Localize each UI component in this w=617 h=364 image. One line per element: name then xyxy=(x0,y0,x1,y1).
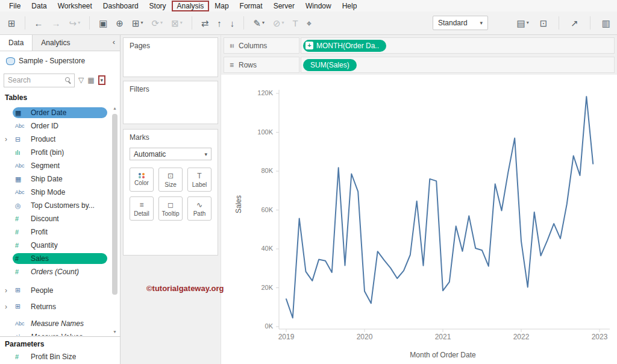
search-input[interactable] xyxy=(4,74,74,87)
field-product[interactable]: ›⊟Product xyxy=(0,133,111,146)
view-as-grid-icon[interactable]: ▦ xyxy=(87,77,94,84)
tableau-logo-icon[interactable]: ⊞ xyxy=(5,17,19,30)
scroll-thumb[interactable] xyxy=(112,114,117,295)
menu-help[interactable]: Help xyxy=(337,1,363,11)
datasource-icon xyxy=(6,57,14,65)
expand-icon[interactable]: › xyxy=(5,286,13,295)
field-body: AbcMeasure Values xyxy=(13,331,107,336)
sort-descending-icon[interactable]: ↓ xyxy=(227,17,238,30)
field-body: #Profit xyxy=(13,227,107,237)
new-data-source-icon[interactable]: ⊕ xyxy=(113,17,127,30)
chart: Sales 0K20K40K60K80K100K120K 20192020202… xyxy=(221,75,617,364)
datasource-row[interactable]: Sample - Superstore xyxy=(0,51,120,71)
menu-window[interactable]: Window xyxy=(300,1,337,11)
field-profit[interactable]: #Profit xyxy=(0,225,111,239)
menu-worksheet[interactable]: Worksheet xyxy=(52,1,98,11)
expand-date-hierarchy-icon[interactable]: + xyxy=(305,42,313,49)
rows-pill-sum-sales[interactable]: SUM(Sales) xyxy=(303,59,357,71)
columns-pill-label: MONTH(Order Da.. xyxy=(316,42,379,50)
filter-fields-icon[interactable]: ▽ xyxy=(78,77,84,84)
field-top-customers-by[interactable]: ◎Top Customers by... xyxy=(0,199,111,212)
toolbar-separator xyxy=(25,16,25,30)
menu-dashboard[interactable]: Dashboard xyxy=(98,1,144,11)
save-icon[interactable]: ▣ xyxy=(96,17,110,30)
table-group-people[interactable]: ›⊞People xyxy=(0,282,111,298)
scroll-down-icon[interactable]: ▼ xyxy=(111,330,119,334)
columns-shelf[interactable]: + MONTH(Order Da.. xyxy=(301,37,615,54)
field-measure-names[interactable]: AbcMeasure Names xyxy=(0,317,111,330)
marks-color-button[interactable]: Color xyxy=(130,168,154,192)
field-sales[interactable]: #Sales xyxy=(0,252,111,265)
sales-line-series[interactable] xyxy=(286,96,593,318)
menu-story[interactable]: Story xyxy=(144,1,172,11)
field-order-date[interactable]: ▦Order Date xyxy=(0,106,111,119)
show-me-icon[interactable]: ▥ xyxy=(599,17,613,30)
fit-dropdown[interactable]: Standard ▾ xyxy=(433,16,488,30)
rows-shelf[interactable]: SUM(Sales) xyxy=(301,57,615,73)
marks-path-button[interactable]: ∿Path xyxy=(187,196,211,221)
new-worksheet-icon[interactable]: ⊞▾ xyxy=(129,17,146,30)
table-group-returns[interactable]: ›⊞Returns xyxy=(0,298,111,315)
share-icon[interactable]: ↗ xyxy=(568,17,581,30)
field-order-id[interactable]: AbcOrder ID xyxy=(0,119,111,133)
menu-format[interactable]: Format xyxy=(234,1,268,11)
field-segment[interactable]: AbcSegment xyxy=(0,159,111,172)
marks-button-label: Tooltip xyxy=(162,210,180,217)
x-tick-label: 2020 xyxy=(349,333,380,341)
field-measure-values[interactable]: AbcMeasure Values xyxy=(0,330,111,336)
menu-server[interactable]: Server xyxy=(268,1,300,11)
color-icon xyxy=(139,173,145,178)
field-profit-bin-size[interactable]: #Profit Bin Size xyxy=(0,350,111,363)
hash-icon: # xyxy=(15,242,27,249)
swap-rows-columns-icon[interactable]: ⇄ xyxy=(198,17,212,30)
pages-title: Pages xyxy=(130,42,150,50)
menu-file[interactable]: File xyxy=(4,1,26,11)
undo-icon[interactable]: ← xyxy=(31,17,46,30)
menu-analysis[interactable]: Analysis xyxy=(172,1,210,11)
menu-data[interactable]: Data xyxy=(26,1,52,11)
marks-button-label: Detail xyxy=(134,210,149,217)
expand-icon[interactable]: › xyxy=(5,303,13,311)
filters-shelf[interactable]: Filters xyxy=(123,81,218,124)
undo-icon: ← xyxy=(34,19,43,28)
rows-shelf-label: ≡ Rows xyxy=(224,57,299,73)
rows-label: Rows xyxy=(239,61,257,69)
field-body: ⊞Returns xyxy=(13,301,107,312)
clear-sheet-icon: ⊠ xyxy=(171,19,179,28)
marks-label-button[interactable]: TLabel xyxy=(187,168,211,192)
pin-icon[interactable]: ⌖ xyxy=(304,17,315,30)
scroll-up-icon[interactable]: ▲ xyxy=(111,106,119,110)
refresh-data-icon: ⟳▾ xyxy=(149,17,166,30)
presentation-mode-icon[interactable]: ⊡ xyxy=(537,17,551,30)
tab-analytics[interactable]: Analytics xyxy=(33,35,78,51)
columns-pill-month-order-date[interactable]: + MONTH(Order Da.. xyxy=(303,40,386,52)
tab-data[interactable]: Data xyxy=(0,35,33,51)
tableau-logo-icon: ⊞ xyxy=(8,19,16,28)
field-ship-mode[interactable]: AbcShip Mode xyxy=(0,186,111,199)
highlight-icon[interactable]: ✎▾ xyxy=(250,17,268,30)
field-discount[interactable]: #Discount xyxy=(0,212,111,225)
show-cards-icon[interactable]: ▤▾ xyxy=(513,17,531,30)
mark-type-dropdown[interactable]: Automatic ▾ xyxy=(130,148,211,160)
field-ship-date[interactable]: ▦Ship Date xyxy=(0,172,111,186)
data-pane-menu-icon[interactable]: ▾ xyxy=(98,75,106,85)
rows-shelf-row: ≡ Rows SUM(Sales) xyxy=(224,57,615,73)
field-profit-bin[interactable]: ılıProfit (bin) xyxy=(0,146,111,159)
field-body: ⊞People xyxy=(13,285,107,296)
scrollbar[interactable]: ▲ ▼ xyxy=(111,106,119,334)
abc-icon: Abc xyxy=(15,321,27,327)
sort-ascending-icon[interactable]: ↑ xyxy=(214,17,225,30)
field-orders-count[interactable]: #Orders (Count) xyxy=(0,265,111,278)
expand-icon[interactable]: › xyxy=(5,135,13,143)
collapse-pane-icon[interactable]: ‹ xyxy=(108,35,120,51)
field-quantity[interactable]: #Quantity xyxy=(0,239,111,252)
marks-detail-button[interactable]: ≡Detail xyxy=(130,196,154,221)
marks-size-button[interactable]: ⊡Size xyxy=(158,168,183,192)
marks-tooltip-button[interactable]: ◻Tooltip xyxy=(158,196,183,221)
pages-shelf[interactable]: Pages xyxy=(123,37,218,77)
marks-button-label: Size xyxy=(164,181,176,188)
marks-button-label: Path xyxy=(193,210,206,217)
menu-map[interactable]: Map xyxy=(209,1,234,11)
tableau-window: FileDataWorksheetDashboardStoryAnalysisM… xyxy=(0,0,617,364)
toolbar: ⊞←→↪▾▣⊕⊞▾⟳▾⊠▾⇄↑↓✎▾⊘▾T⌖ Standard ▾ ▤▾⊡↗▥ xyxy=(0,11,617,35)
